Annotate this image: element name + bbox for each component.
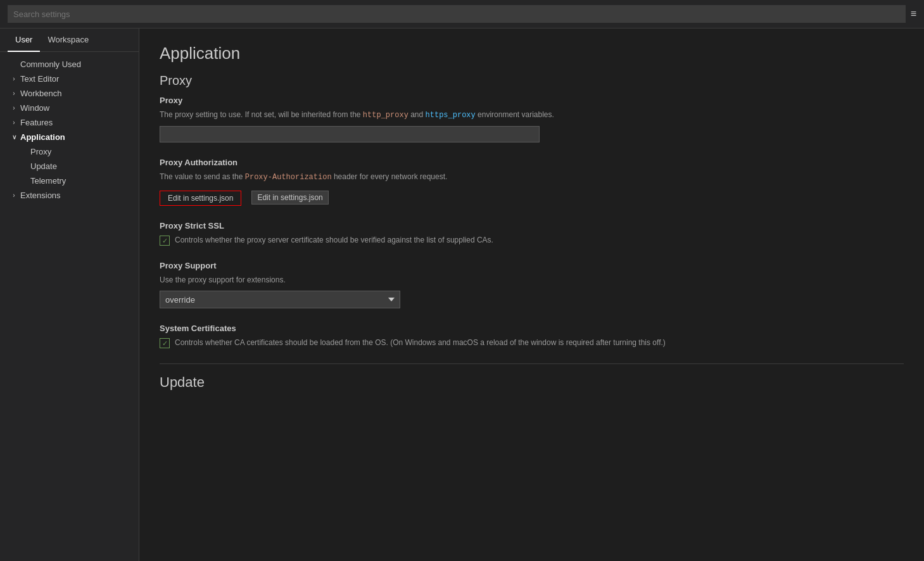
sidebar-item-telemetry[interactable]: › Telemetry (0, 173, 139, 188)
sidebar-item-label: Text Editor (20, 74, 59, 84)
edit-in-settings-json-button[interactable]: Edit in settings.json (160, 191, 241, 206)
sidebar-item-label: Proxy (30, 147, 51, 156)
setting-label-proxy-auth: Proxy Authorization (160, 158, 904, 167)
sidebar-item-application[interactable]: ∨ Application (0, 130, 139, 144)
setting-description-proxy: The proxy setting to use. If not set, wi… (160, 109, 904, 121)
proxy-text-input[interactable] (160, 126, 540, 142)
setting-description-system-certs: Controls whether CA certificates should … (175, 337, 666, 348)
sidebar-item-label: Workbench (20, 89, 62, 98)
setting-proxy-support: Proxy Support Use the proxy support for … (160, 261, 904, 308)
chevron-right-icon: › (10, 119, 18, 127)
sidebar-item-workbench[interactable]: › Workbench (0, 86, 139, 101)
proxy-strict-ssl-checkbox[interactable] (160, 236, 170, 246)
system-certs-checkbox[interactable] (160, 338, 170, 348)
main-layout: User Workspace › Commonly Used › Text Ed… (0, 28, 924, 561)
setting-label-proxy-support: Proxy Support (160, 261, 904, 270)
chevron-right-icon: › (10, 192, 18, 199)
sidebar-nav: › Commonly Used › Text Editor › Workbenc… (0, 52, 139, 561)
filter-icon[interactable]: ≡ (911, 8, 916, 20)
https-proxy-link: https_proxy (426, 111, 476, 120)
tab-user[interactable]: User (8, 28, 40, 52)
setting-proxy-authorization: Proxy Authorization The value to send as… (160, 158, 904, 206)
sidebar-item-extensions[interactable]: › Extensions (0, 188, 139, 203)
proxy-section-title: Proxy (160, 73, 904, 88)
sidebar-item-features[interactable]: › Features (0, 115, 139, 130)
sidebar-item-label: Commonly Used (20, 60, 81, 69)
sidebar-item-update[interactable]: › Update (0, 159, 139, 173)
chevron-down-icon: ∨ (10, 134, 18, 141)
setting-description-proxy-auth: The value to send as the Proxy-Authoriza… (160, 171, 904, 183)
section-title: Application (160, 44, 904, 63)
sidebar-item-label: Window (20, 103, 49, 113)
sidebar-nav-list: › Commonly Used › Text Editor › Workbenc… (0, 52, 139, 208)
sidebar-item-text-editor[interactable]: › Text Editor (0, 72, 139, 86)
setting-description-proxy-support: Use the proxy support for extensions. (160, 274, 904, 286)
http-proxy-link: http_proxy (363, 111, 408, 120)
sidebar-item-window[interactable]: › Window (0, 101, 139, 115)
setting-system-certificates: System Certificates Controls whether CA … (160, 324, 904, 348)
setting-label-proxy-strict-ssl: Proxy Strict SSL (160, 221, 904, 230)
setting-proxy-strict-ssl: Proxy Strict SSL Controls whether the pr… (160, 221, 904, 246)
proxy-strict-ssl-checkbox-row: Controls whether the proxy server certif… (160, 234, 904, 246)
sidebar-item-commonly-used[interactable]: › Commonly Used (0, 57, 139, 72)
chevron-right-icon: › (10, 90, 18, 98)
tab-workspace[interactable]: Workspace (40, 28, 96, 52)
search-input[interactable] (8, 5, 906, 23)
chevron-right-icon: › (10, 104, 18, 112)
setting-label-proxy: Proxy (160, 96, 904, 105)
sidebar-item-label: Update (30, 161, 57, 171)
chevron-right-icon: › (10, 75, 18, 83)
setting-proxy: Proxy The proxy setting to use. If not s… (160, 96, 904, 142)
section-divider (160, 363, 904, 364)
setting-description-proxy-strict-ssl: Controls whether the proxy server certif… (175, 234, 493, 246)
tabs-container: User Workspace (0, 28, 139, 52)
setting-label-system-certs: System Certificates (160, 324, 904, 333)
sidebar-item-proxy[interactable]: › Proxy (0, 144, 139, 159)
sidebar-item-label: Telemetry (30, 176, 66, 186)
edit-json-row: Edit in settings.json Edit in settings.j… (160, 188, 904, 206)
proxy-authorization-link: Proxy-Authorization (245, 173, 332, 182)
search-bar: ≡ (0, 0, 924, 28)
system-certs-checkbox-row: Controls whether CA certificates should … (160, 337, 904, 348)
sidebar-item-label: Features (20, 118, 53, 127)
edit-json-tooltip: Edit in settings.json (251, 191, 328, 205)
settings-content: Application Proxy Proxy The proxy settin… (139, 28, 924, 561)
sidebar-item-label: Extensions (20, 191, 61, 200)
update-section-title: Update (160, 374, 904, 391)
sidebar-item-label: Application (20, 132, 65, 142)
proxy-support-select[interactable]: override off on fallbackOnly (160, 291, 400, 308)
sidebar-panel: User Workspace › Commonly Used › Text Ed… (0, 28, 139, 561)
